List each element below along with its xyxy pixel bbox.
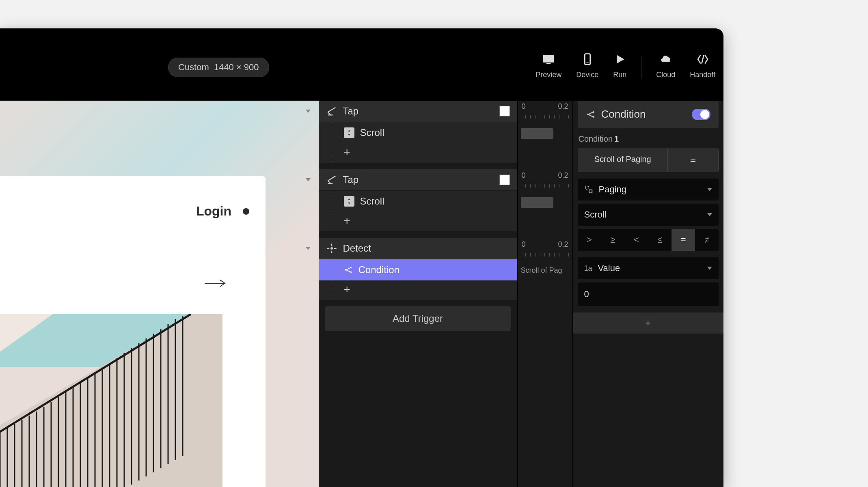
trigger-action-label: Scroll: [360, 127, 510, 138]
preview-icon: [542, 53, 555, 66]
trigger-group-tap-1: Tap Scroll +: [319, 101, 517, 163]
svg-line-51: [588, 112, 593, 114]
svg-rect-0: [543, 55, 554, 62]
timeline-tick-mid: 0.2: [558, 240, 568, 249]
svg-line-52: [588, 114, 593, 117]
add-condition-button[interactable]: +: [573, 312, 724, 334]
cloud-icon: [659, 53, 672, 66]
trigger-header-detect[interactable]: Detect: [319, 238, 517, 259]
svg-point-42: [330, 248, 333, 250]
trigger-header-tap-2[interactable]: Tap: [319, 169, 517, 190]
value-type-dropdown[interactable]: 1a Value: [578, 257, 719, 279]
canvas-viewport[interactable]: Login: [0, 101, 319, 487]
trigger-group-tap-2: Tap Scroll +: [319, 169, 517, 231]
operator-lte[interactable]: ≤: [648, 229, 672, 251]
chevron-down-icon: [707, 213, 712, 216]
trigger-add-action-2: +: [319, 212, 517, 231]
inspector-panel: Condition Condition1 Scroll of Paging = …: [573, 101, 724, 487]
login-dot-icon: [243, 208, 249, 215]
trigger-color-swatch[interactable]: [499, 106, 510, 116]
operator-selector: > ≥ < ≤ = ≠: [578, 229, 719, 251]
scroll-dropdown[interactable]: Scroll: [578, 204, 719, 226]
play-icon: [613, 53, 626, 66]
trigger-add-action-3: +: [319, 280, 517, 300]
add-action-button[interactable]: +: [344, 214, 350, 227]
add-action-button[interactable]: +: [344, 146, 350, 158]
toolbar-divider: [641, 56, 641, 79]
app-window: Custom 1440 × 900 Preview Device Run Clo…: [0, 28, 723, 487]
handoff-icon: [696, 53, 709, 66]
trigger-action-condition[interactable]: Condition: [319, 259, 517, 280]
condition-icon: [344, 265, 353, 274]
detect-icon: [326, 243, 337, 254]
paging-dropdown[interactable]: Paging: [578, 179, 719, 200]
chevron-down-icon: [707, 267, 712, 270]
trigger-add-action-1: +: [319, 143, 517, 163]
login-header: Login: [0, 176, 266, 231]
trigger-action-scroll-2[interactable]: Scroll: [319, 190, 517, 212]
trigger-action-scroll-1[interactable]: Scroll: [319, 122, 517, 143]
inspector-title: Condition: [601, 108, 687, 121]
toolbar: Custom 1440 × 900 Preview Device Run Clo…: [0, 28, 723, 101]
dropdown-label: Scroll: [584, 209, 702, 220]
condition-summary-box[interactable]: Scroll of Paging =: [578, 149, 719, 172]
login-title: Login: [196, 204, 231, 219]
condition-section: Condition1 Scroll of Paging = Paging Scr…: [573, 134, 724, 306]
condition-source-label: Scroll of Paging: [578, 149, 668, 172]
condition-toggle[interactable]: [692, 109, 710, 120]
trigger-color-swatch[interactable]: [499, 175, 510, 185]
canvas-size-selector[interactable]: Custom 1440 × 900: [168, 58, 269, 77]
timeline-bar-1[interactable]: [518, 123, 572, 146]
preview-button[interactable]: Preview: [535, 53, 561, 79]
operator-gt[interactable]: >: [578, 229, 601, 251]
condition-icon: [586, 110, 596, 119]
timeline-panel: 0 0.2 0: [518, 101, 573, 487]
operator-eq[interactable]: =: [672, 229, 695, 251]
condition-number-label: Condition1: [578, 134, 719, 144]
timeline-bar-2[interactable]: [518, 192, 572, 215]
caret-down-icon[interactable]: [306, 247, 311, 250]
paging-icon: [584, 185, 593, 194]
scroll-icon: [344, 196, 354, 207]
arrow-right-icon: [204, 278, 227, 290]
device-button[interactable]: Device: [576, 53, 598, 79]
canvas-size-label: Custom: [178, 62, 209, 73]
cloud-button[interactable]: Cloud: [656, 53, 675, 79]
timeline-tick-start: 0: [522, 240, 526, 249]
dropdown-label: Value: [598, 263, 702, 274]
caret-down-icon[interactable]: [306, 178, 311, 181]
svg-rect-53: [585, 186, 588, 189]
trigger-header-tap-1[interactable]: Tap: [319, 101, 517, 122]
add-action-button[interactable]: +: [344, 283, 350, 295]
value-input[interactable]: 0: [578, 282, 719, 306]
caret-down-icon[interactable]: [306, 110, 311, 113]
trigger-action-label: Condition: [358, 264, 510, 276]
handoff-button[interactable]: Handoff: [690, 53, 715, 79]
trigger-label: Detect: [343, 243, 510, 254]
timeline-group-2: 0 0.2: [518, 170, 572, 232]
chevron-down-icon: [707, 188, 712, 191]
operator-neq[interactable]: ≠: [695, 229, 719, 251]
svg-line-46: [346, 268, 350, 270]
timeline-group-1: 0 0.2: [518, 101, 572, 163]
value-type-prefix: 1a: [584, 264, 592, 273]
run-button[interactable]: Run: [613, 53, 626, 79]
trigger-label: Tap: [343, 106, 494, 117]
operator-lt[interactable]: <: [624, 229, 648, 251]
svg-rect-3: [586, 62, 588, 63]
inspector-header: Condition: [578, 101, 719, 128]
trigger-group-detect: Detect Condition +: [319, 238, 517, 300]
trigger-action-label: Scroll: [360, 196, 510, 207]
timeline-group-3: 0 0.2 Scroll of Pag: [518, 239, 572, 280]
dropdown-label: Paging: [599, 184, 702, 195]
add-trigger-button[interactable]: Add Trigger: [325, 306, 511, 331]
svg-rect-1: [546, 63, 551, 64]
timeline-tick-start: 0: [522, 171, 526, 180]
operator-gte[interactable]: ≥: [601, 229, 624, 251]
timeline-ruler-1: 0 0.2: [518, 101, 572, 123]
scroll-icon: [344, 127, 354, 138]
toolbar-actions: Preview Device Run Cloud Handoff: [535, 53, 715, 79]
svg-line-47: [346, 270, 350, 272]
login-card: Login: [0, 176, 266, 487]
svg-rect-54: [589, 190, 592, 193]
